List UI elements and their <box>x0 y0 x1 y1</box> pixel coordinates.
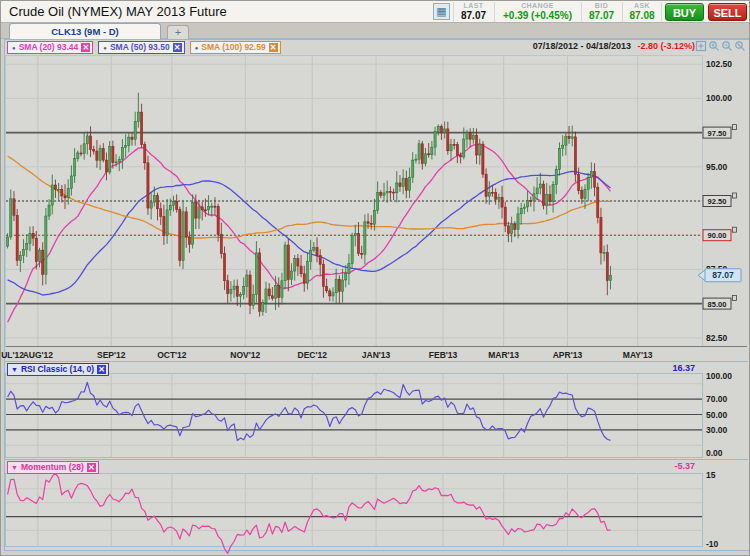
sell-button[interactable]: SELL <box>708 3 747 21</box>
candle-body <box>552 184 554 201</box>
month-label: JAN'13 <box>362 350 391 360</box>
candle-body <box>459 155 461 157</box>
candle-body <box>297 259 299 266</box>
candle-body <box>246 275 248 287</box>
candle-body <box>230 289 232 293</box>
candle-body <box>472 135 474 139</box>
candle-body <box>163 216 165 235</box>
sma-100-label: SMA (100) 92.59 <box>201 43 265 52</box>
sma-20-badge[interactable]: ● SMA (20) 93.44 ✕ <box>7 41 93 54</box>
sma-20-label: SMA (20) 93.44 <box>19 43 79 52</box>
zoom-reset-icon[interactable] <box>734 40 746 52</box>
add-tab-button[interactable]: + <box>167 25 189 39</box>
date-range: 07/18/2012 - 04/18/2013 -2.80 (-3.12%) <box>533 41 695 51</box>
rsi-pane-label: RSI Classic (14, 0) <box>21 365 94 374</box>
quote-bid: BID 87.07 <box>581 2 621 22</box>
candle-body <box>38 250 40 262</box>
candle-body <box>447 129 449 151</box>
candle-body <box>440 127 442 133</box>
candle-body <box>125 146 127 148</box>
candle-body <box>466 132 468 139</box>
collapse-icon[interactable]: ▼ <box>11 366 18 374</box>
candle-body <box>606 253 608 281</box>
candle-body <box>303 274 305 283</box>
candle-body <box>565 136 567 145</box>
candle-body <box>357 233 359 253</box>
close-icon[interactable]: ✕ <box>173 43 182 52</box>
candle-body <box>450 144 452 150</box>
candle-body <box>211 206 213 207</box>
tab-contract[interactable]: CLK13 (9M - D) <box>9 23 161 39</box>
quote-ask: ASK 87.08 <box>622 2 662 22</box>
candle-body <box>437 127 439 132</box>
candle-body <box>156 196 158 209</box>
rsi-tick-label: 100.00 <box>706 371 732 381</box>
candle-body <box>421 144 423 164</box>
month-label: NOV'12 <box>230 350 260 360</box>
candle-body <box>217 206 219 234</box>
collapse-icon[interactable]: ▼ <box>11 464 18 472</box>
candle-body <box>42 250 44 274</box>
zoom-out-icon[interactable] <box>721 40 733 52</box>
candle-body <box>431 147 433 155</box>
candle-body <box>444 129 446 133</box>
candle-body <box>354 233 356 235</box>
buy-button[interactable]: BUY <box>665 3 704 21</box>
candle-body <box>220 235 222 254</box>
price-tick-label: 100.00 <box>706 93 732 103</box>
candle-body <box>223 254 225 281</box>
month-label: FEB'13 <box>429 350 458 360</box>
candle-body <box>147 163 149 208</box>
candle-body <box>176 201 178 209</box>
month-label: SEP'12 <box>97 350 126 360</box>
quote-bid-value: 87.07 <box>588 10 615 21</box>
candle-body <box>306 262 308 284</box>
quote-ask-label: ASK <box>629 2 655 10</box>
candle-body <box>373 210 375 224</box>
candle-body <box>574 137 576 174</box>
candle-body <box>93 149 95 151</box>
month-label: APR'13 <box>553 350 583 360</box>
candle-body <box>558 148 560 169</box>
close-icon[interactable]: ✕ <box>87 463 96 472</box>
candle-body <box>112 147 114 163</box>
candle-body <box>77 153 79 159</box>
candle-body <box>520 209 522 214</box>
candle-body <box>287 245 289 280</box>
candle-body <box>341 280 343 291</box>
candle-body <box>172 201 174 205</box>
quote-change-label: CHANGE <box>501 2 574 10</box>
candle-body <box>73 159 75 176</box>
quote-last: LAST 87.07 <box>453 2 493 22</box>
zoom-in-icon[interactable] <box>708 40 720 52</box>
market-depth-icon[interactable]: ▦ <box>433 3 450 20</box>
candle-body <box>118 160 120 162</box>
candle-body <box>434 132 436 147</box>
sma-100-badge[interactable]: ● SMA (100) 92.59 ✕ <box>190 41 281 54</box>
candle-body <box>281 281 283 298</box>
candle-body <box>581 191 583 199</box>
candle-body <box>284 245 286 281</box>
candle-body <box>316 248 318 256</box>
sma-50-badge[interactable]: ● SMA (50) 93.50 ✕ <box>98 41 184 54</box>
momentum-pane-header[interactable]: ▼ Momentum (28) ✕ <box>7 461 99 474</box>
quote-last-label: LAST <box>460 2 487 10</box>
candle-body <box>255 253 257 295</box>
candle-body <box>587 178 589 190</box>
candle-body <box>326 286 328 291</box>
date-range-text: 07/18/2012 - 04/18/2013 <box>533 41 631 51</box>
expand-icon[interactable] <box>695 40 707 52</box>
candle-body <box>195 203 197 219</box>
candle-body <box>188 237 190 245</box>
rsi-pane-header[interactable]: ▼ RSI Classic (14, 0) ✕ <box>7 363 109 376</box>
close-icon[interactable]: ✕ <box>97 365 106 374</box>
close-icon[interactable]: ✕ <box>269 43 278 52</box>
rsi-tick-label: 70.00 <box>706 394 728 404</box>
candle-body <box>364 222 366 254</box>
candle-body <box>488 192 490 196</box>
close-icon[interactable]: ✕ <box>81 43 90 52</box>
range-change-text: -2.80 (-3.12%) <box>637 41 695 51</box>
candle-body <box>377 193 379 211</box>
candle-body <box>105 160 107 172</box>
month-label: OCT'12 <box>157 350 187 360</box>
